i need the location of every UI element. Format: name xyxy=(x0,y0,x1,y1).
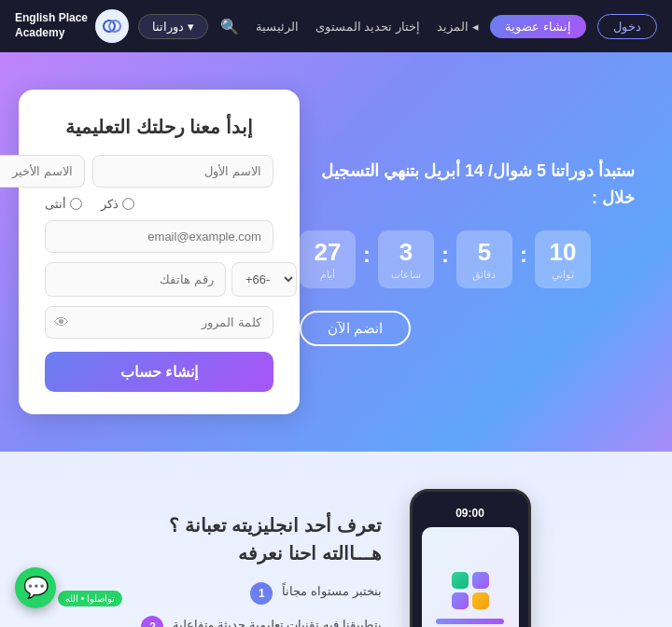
navbar-right: ▾ دوراتنا English Place Academy xyxy=(15,9,208,43)
countdown-sep-2: : xyxy=(441,242,449,268)
feature-title: تعرف أحد انجليزيته تعبانة ؟ هـــاالته اح… xyxy=(141,511,381,567)
phone-dot-4 xyxy=(452,592,469,609)
feature-item-1: بنختبر مستواه مجاناً 1 xyxy=(141,582,381,605)
gender-female-radio[interactable] xyxy=(70,198,82,210)
phone-screen xyxy=(422,527,519,627)
eye-icon[interactable]: 👁 xyxy=(54,314,69,331)
whatsapp-icon: 💬 xyxy=(23,576,49,600)
gender-female-label[interactable]: أنثى xyxy=(45,197,82,211)
countdown-days: 27 أيام xyxy=(300,230,356,288)
create-account-button[interactable]: إنشاء حساب xyxy=(45,352,273,392)
navbar: دخول إنشاء عضوية ◂ المزيد إختار تحديد ال… xyxy=(0,0,672,52)
home-link[interactable]: الرئيسية xyxy=(256,20,299,34)
whatsapp-label: تواصلوا • الله xyxy=(58,591,122,606)
gender-male-label[interactable]: ذكر xyxy=(101,197,134,211)
password-wrap: 👁 xyxy=(45,306,273,339)
countdown-sep-3: : xyxy=(520,242,527,268)
feature-num-2: 2 xyxy=(141,616,163,627)
hero-left: ستبدأ دوراتنا 5 شوال/ 14 أبريل بتنهي الت… xyxy=(300,158,635,346)
navbar-left: دخول إنشاء عضوية xyxy=(490,14,657,39)
hero-section: ستبدأ دوراتنا 5 شوال/ 14 أبريل بتنهي الت… xyxy=(0,52,672,452)
search-icon[interactable]: 🔍 xyxy=(220,18,239,35)
gender-row: ذكر أنثى xyxy=(45,197,273,211)
brand: English Place Academy xyxy=(15,9,129,43)
countdown: 27 أيام : 3 ساعات : 5 دقائق : 10 ثواني xyxy=(300,230,591,288)
phone-dots-1 xyxy=(452,572,489,589)
phone-time: 09:00 xyxy=(455,507,484,520)
hero-subtitle: ستبدأ دوراتنا 5 شوال/ 14 أبريل بتنهي الت… xyxy=(300,158,635,212)
phone-mockup: 09:00 xyxy=(410,489,531,627)
registration-form: إبدأ معنا رحلتك التعليمية ذكر أنثى +66- … xyxy=(19,90,300,414)
brand-logo xyxy=(95,9,129,43)
more-link[interactable]: ◂ المزيد xyxy=(437,20,479,34)
feature-text-block: تعرف أحد انجليزيته تعبانة ؟ هـــاالته اح… xyxy=(141,511,381,627)
phone-dot-3 xyxy=(472,592,489,609)
whatsapp-button[interactable]: 💬 xyxy=(15,567,56,608)
country-code-select[interactable]: +66- +966 +971 +20 xyxy=(231,262,297,297)
countdown-seconds: 10 ثواني xyxy=(535,230,591,288)
email-field[interactable] xyxy=(45,220,273,253)
countdown-sep-1: : xyxy=(363,242,371,268)
countdown-hours: 3 ساعات xyxy=(378,230,434,288)
gender-male-radio[interactable] xyxy=(122,198,134,210)
navbar-center: ◂ المزيد إختار تحديد المستوى الرئيسية 🔍 xyxy=(220,18,479,35)
level-link[interactable]: إختار تحديد المستوى xyxy=(315,20,420,34)
register-button[interactable]: إنشاء عضوية xyxy=(490,15,586,38)
email-row xyxy=(45,220,273,253)
phone-dot-2 xyxy=(452,572,469,589)
first-name-field[interactable] xyxy=(92,155,273,188)
brand-text: English Place Academy xyxy=(15,11,88,40)
login-button[interactable]: دخول xyxy=(597,14,657,39)
courses-button[interactable]: ▾ دوراتنا xyxy=(138,14,208,39)
password-field[interactable] xyxy=(45,306,273,339)
phone-field[interactable] xyxy=(45,262,226,297)
phone-dot-1 xyxy=(472,572,489,589)
form-title: إبدأ معنا رحلتك التعليمية xyxy=(45,116,273,138)
phone-row: +66- +966 +971 +20 xyxy=(45,262,273,297)
phone-dots-2 xyxy=(452,592,489,609)
feature-list: بنختبر مستواه مجاناً 1 بتطبيقنا فيه تقني… xyxy=(141,582,381,627)
join-button[interactable]: انضم الآن xyxy=(300,311,411,346)
feature-num-1: 1 xyxy=(250,582,273,605)
feature-item-2: بتطبيقنا فيه تقنيات تعليمية حديثة وتفاعل… xyxy=(141,616,381,627)
last-name-field[interactable] xyxy=(0,155,85,188)
phone-bar-1 xyxy=(436,619,505,624)
countdown-minutes: 5 دقائق xyxy=(456,230,512,288)
name-row xyxy=(45,155,273,188)
